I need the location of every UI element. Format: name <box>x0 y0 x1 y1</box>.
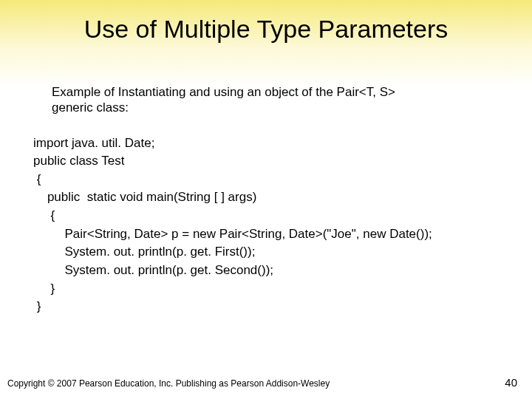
code-block: import java. util. Date; public class Te… <box>33 134 517 316</box>
page-number: 40 <box>505 376 517 389</box>
subtitle-line-1: Example of Instantiating and using an ob… <box>52 85 395 99</box>
slide-title: Use of Multiple Type Parameters <box>30 0 502 44</box>
copyright-footer: Copyright © 2007 Pearson Education, Inc.… <box>7 378 330 389</box>
slide-subtitle: Example of Instantiating and using an ob… <box>52 84 495 116</box>
slide: Use of Multiple Type Parameters Example … <box>0 0 532 399</box>
subtitle-line-2: generic class: <box>52 100 129 115</box>
